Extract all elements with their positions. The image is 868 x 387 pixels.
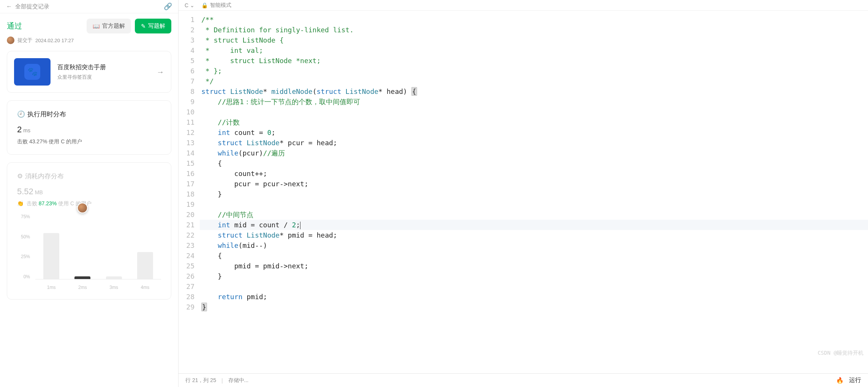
code-line[interactable]: * Definition for singly-linked list. [200,25,868,35]
memory-title: ⚙ 消耗内存分布 [17,172,161,181]
code-line[interactable]: { [200,158,868,168]
mode-label: 智能模式 [210,2,231,9]
official-solution-button[interactable]: 📖 官方题解 [87,19,131,33]
bar-col[interactable] [41,214,62,279]
bar-col[interactable] [103,214,125,279]
baidu-icon: 🐾 [24,64,40,80]
editor-toolbar: C ⌄ 🔒 智能模式 [179,0,868,11]
code-line[interactable]: struct ListNode* middleNode(struct ListN… [200,86,868,97]
runtime-chart: 75%50%25%0% 1ms2ms3ms4ms [17,214,161,290]
code-line[interactable]: while(pcur)//遍历 [200,148,868,158]
bar-col[interactable] [134,214,156,279]
code-line[interactable]: */ [200,76,868,86]
x-label: 1ms [41,285,62,290]
official-label: 官方题解 [102,22,125,30]
back-arrow-icon[interactable]: ← [6,3,12,10]
code-line[interactable] [200,107,868,117]
pencil-icon: ✎ [141,23,146,30]
mode-indicator[interactable]: 🔒 智能模式 [201,2,231,9]
runtime-title: 🕘 执行用时分布 [17,110,161,119]
code-line[interactable]: int count = 0; [200,127,868,138]
cursor-pos: 行 21，列 25 [185,377,216,384]
promo-sub: 众里寻你签百度 [57,74,106,81]
code-line[interactable] [200,281,868,292]
top-bar: ← 全部提交记录 🔗 [0,0,178,13]
action-buttons: 📖 官方题解 ✎ 写题解 [87,19,171,33]
code-line[interactable]: count++; [200,168,868,179]
top-bar-title: 全部提交记录 [15,3,164,10]
code-line[interactable]: pmid = pmid->next; [200,261,868,271]
promo-text: 百度秋招突击手册 众里寻你签百度 [57,63,106,81]
memory-beat: 👏 击败 87.23% 使用 C 的用户 [17,200,161,207]
code-line[interactable]: //思路1：统计一下节点的个数，取中间值即可 [200,97,868,107]
chevron-down-icon: ⌄ [190,2,194,8]
code-editor[interactable]: 1234567891011121314151617181920212223242… [179,11,868,373]
code-line[interactable]: * struct ListNode *next; [200,56,868,66]
code-line[interactable]: //中间节点 [200,209,868,220]
x-label: 4ms [134,285,156,290]
status-bar: 行 21，列 25 | 存储中... 🔥 运行 [179,373,868,387]
code-line[interactable]: int mid = count / 2; [200,220,868,230]
x-axis: 1ms2ms3ms4ms [35,285,161,290]
code-line[interactable]: struct ListNode* pmid = head; [200,230,868,240]
avatar[interactable] [7,36,14,44]
x-label: 3ms [103,285,125,290]
marker-avatar [77,203,88,213]
code-line[interactable]: { [200,251,868,261]
left-panel: ← 全部提交记录 🔗 通过 📖 官方题解 ✎ 写题解 提交于 2024.02.2… [0,0,179,387]
lang-label: C [185,2,188,8]
language-select[interactable]: C ⌄ [185,2,194,8]
status-row: 通过 📖 官方题解 ✎ 写题解 [0,13,178,33]
promo-card[interactable]: 🐾 百度秋招突击手册 众里寻你签百度 → [7,51,171,93]
code-line[interactable]: * }; [200,66,868,76]
promo-image: 🐾 [14,58,51,86]
right-panel: C ⌄ 🔒 智能模式 12345678910111213141516171819… [179,0,868,387]
gutter: 1234567891011121314151617181920212223242… [179,11,200,373]
bar [43,233,59,279]
code-line[interactable]: } [200,189,868,199]
flame-icon[interactable]: 🔥 [836,377,844,384]
code-line[interactable]: struct ListNode* pcur = head; [200,138,868,148]
save-status: 存储中... [228,377,249,384]
runtime-beat: 击败 43.27% 使用 C 的用户 [17,138,161,145]
x-label: 2ms [72,285,93,290]
code-line[interactable] [200,199,868,209]
run-button[interactable]: 运行 [849,376,861,384]
status-text: 通过 [7,21,22,31]
memory-card: ⚙ 消耗内存分布 5.52 MB 👏 击败 87.23% 使用 C 的用户 75… [7,162,171,300]
code-line[interactable]: * int val; [200,45,868,56]
clap-icon: 👏 [17,200,24,206]
code-line[interactable]: return pmid; [200,292,868,302]
code-line[interactable]: while(mid--) [200,240,868,251]
code-line[interactable]: //计数 [200,117,868,127]
arrow-right-icon: → [157,68,164,76]
code-line[interactable]: } [200,302,868,312]
write-solution-button[interactable]: ✎ 写题解 [135,19,171,33]
code-area[interactable]: /** * Definition for singly-linked list.… [200,11,868,373]
clock-icon: 🕘 [17,110,25,118]
gear-icon: ⚙ [17,172,23,180]
write-label: 写题解 [148,22,165,30]
code-line[interactable]: } [200,271,868,281]
runtime-card: 🕘 执行用时分布 2 ms 击败 43.27% 使用 C 的用户 [7,100,171,155]
submit-info: 提交于 2024.02.20 17:27 [0,33,178,51]
code-line[interactable]: pcur = pcur->next; [200,179,868,189]
promo-title: 百度秋招突击手册 [57,63,106,71]
submit-prefix: 提交于 [17,37,32,44]
chart-plot [35,214,161,279]
bar [137,252,153,279]
bar [74,276,90,279]
code-line[interactable]: * struct ListNode { [200,35,868,45]
submit-time: 2024.02.20 17:27 [35,38,74,43]
runtime-value: 2 ms [17,125,161,135]
book-icon: 📖 [93,23,100,30]
y-axis: 75%50%25%0% [17,214,32,279]
left-scroll[interactable]: ← 全部提交记录 🔗 通过 📖 官方题解 ✎ 写题解 提交于 2024.02.2… [0,0,178,387]
link-icon[interactable]: 🔗 [164,2,172,11]
memory-value: 5.52 MB [17,187,161,197]
bar [106,276,122,279]
lock-icon: 🔒 [201,2,208,8]
bar-col[interactable] [72,214,93,279]
code-line[interactable]: /** [200,14,868,25]
